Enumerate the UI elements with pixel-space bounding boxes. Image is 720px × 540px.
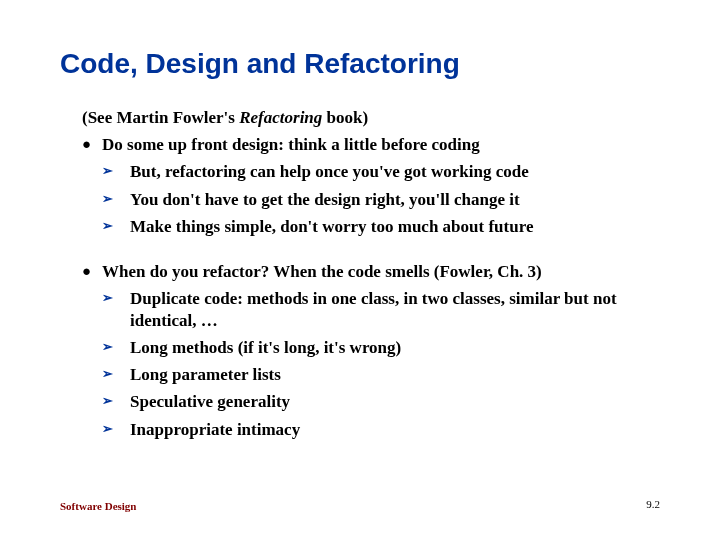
- sub-bullet-text: Make things simple, don't worry too much…: [130, 216, 660, 237]
- arrow-bullet-icon: ➢: [102, 337, 130, 358]
- sub-bullet-list: ➢ But, refactoring can help once you've …: [102, 161, 660, 237]
- sub-bullet-list: ➢ Duplicate code: methods in one class, …: [102, 288, 660, 440]
- sub-bullet-text: But, refactoring can help once you've go…: [130, 161, 660, 182]
- sub-bullet-text: Duplicate code: methods in one class, in…: [130, 288, 660, 331]
- sub-bullet-text: Long parameter lists: [130, 364, 660, 385]
- bullet-text: Do some up front design: think a little …: [102, 134, 660, 155]
- footer-page-number: 9.2: [646, 498, 660, 510]
- content-block: ● Do some up front design: think a littl…: [82, 134, 660, 440]
- disc-bullet-icon: ●: [82, 261, 102, 282]
- arrow-bullet-icon: ➢: [102, 216, 130, 237]
- intro-prefix: (See Martin Fowler's: [82, 108, 239, 127]
- sub-bullet-text: Inappropriate intimacy: [130, 419, 660, 440]
- slide-title: Code, Design and Refactoring: [60, 48, 660, 80]
- sub-bullet-text: You don't have to get the design right, …: [130, 189, 660, 210]
- intro-book-title: Refactoring: [239, 108, 322, 127]
- arrow-bullet-icon: ➢: [102, 161, 130, 182]
- arrow-bullet-icon: ➢: [102, 419, 130, 440]
- intro-line: (See Martin Fowler's Refactoring book): [82, 108, 660, 128]
- sub-bullet-item: ➢ Long parameter lists: [102, 364, 660, 385]
- sub-bullet-text: Speculative generality: [130, 391, 660, 412]
- bullet-item: ● Do some up front design: think a littl…: [82, 134, 660, 155]
- footer-label: Software Design: [60, 500, 136, 512]
- arrow-bullet-icon: ➢: [102, 189, 130, 210]
- arrow-bullet-icon: ➢: [102, 364, 130, 385]
- disc-bullet-icon: ●: [82, 134, 102, 155]
- sub-bullet-item: ➢ Duplicate code: methods in one class, …: [102, 288, 660, 331]
- sub-bullet-text: Long methods (if it's long, it's wrong): [130, 337, 660, 358]
- sub-bullet-item: ➢ Make things simple, don't worry too mu…: [102, 216, 660, 237]
- arrow-bullet-icon: ➢: [102, 288, 130, 331]
- bullet-item: ● When do you refactor? When the code sm…: [82, 261, 660, 282]
- sub-bullet-item: ➢ Long methods (if it's long, it's wrong…: [102, 337, 660, 358]
- sub-bullet-item: ➢ Inappropriate intimacy: [102, 419, 660, 440]
- sub-bullet-item: ➢ Speculative generality: [102, 391, 660, 412]
- arrow-bullet-icon: ➢: [102, 391, 130, 412]
- sub-bullet-item: ➢ You don't have to get the design right…: [102, 189, 660, 210]
- sub-bullet-item: ➢ But, refactoring can help once you've …: [102, 161, 660, 182]
- intro-suffix: book): [322, 108, 368, 127]
- bullet-text: When do you refactor? When the code smel…: [102, 261, 660, 282]
